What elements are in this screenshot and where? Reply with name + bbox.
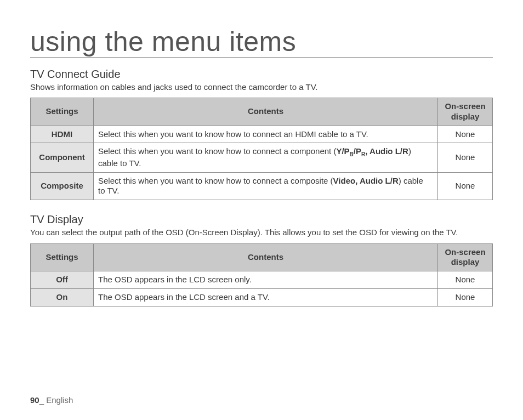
section-desc: Shows information on cables and jacks us…	[30, 82, 493, 93]
page-title: using the menu items	[30, 27, 493, 58]
table-row: Composite Select this when you want to k…	[31, 172, 493, 200]
section-desc: You can select the output path of the OS…	[30, 227, 493, 238]
th-osd: On-screen display	[438, 243, 493, 271]
cell-setting: Off	[31, 271, 94, 289]
table-row: HDMI Select this when you want to know h…	[31, 126, 493, 143]
cell-osd: None	[438, 271, 493, 289]
cell-setting: HDMI	[31, 126, 94, 143]
table-header-row: Settings Contents On-screen display	[31, 243, 493, 271]
cell-osd: None	[438, 143, 493, 172]
section-tv-connect-guide: TV Connect Guide Shows information on ca…	[30, 68, 493, 201]
th-settings: Settings	[31, 243, 94, 271]
page-footer: 90_ English	[30, 395, 73, 405]
cell-osd: None	[438, 126, 493, 143]
th-osd: On-screen display	[438, 98, 493, 126]
cell-setting: Component	[31, 143, 94, 172]
footer-sep: _	[39, 395, 47, 405]
section-title: TV Display	[30, 213, 493, 226]
cell-contents: Select this when you want to know how to…	[94, 172, 438, 200]
th-contents: Contents	[94, 98, 438, 126]
cell-contents: Select this when you want to know how to…	[94, 143, 438, 172]
footer-lang: English	[46, 395, 73, 405]
section-title: TV Connect Guide	[30, 68, 493, 81]
th-settings: Settings	[31, 98, 94, 126]
cell-setting: Composite	[31, 172, 94, 200]
th-contents: Contents	[94, 243, 438, 271]
table-row: Component Select this when you want to k…	[31, 143, 493, 172]
cell-osd: None	[438, 288, 493, 306]
page-number: 90	[30, 395, 39, 405]
cell-contents: The OSD appears in the LCD screen only.	[94, 271, 438, 289]
cell-contents: Select this when you want to know how to…	[94, 126, 438, 143]
section-tv-display: TV Display You can select the output pat…	[30, 213, 493, 307]
cell-osd: None	[438, 172, 493, 200]
cell-setting: On	[31, 288, 94, 306]
table-header-row: Settings Contents On-screen display	[31, 98, 493, 126]
tv-display-table: Settings Contents On-screen display Off …	[30, 243, 493, 307]
tv-connect-table: Settings Contents On-screen display HDMI…	[30, 98, 493, 200]
table-row: On The OSD appears in the LCD screen and…	[31, 288, 493, 306]
cell-contents: The OSD appears in the LCD screen and a …	[94, 288, 438, 306]
table-row: Off The OSD appears in the LCD screen on…	[31, 271, 493, 289]
